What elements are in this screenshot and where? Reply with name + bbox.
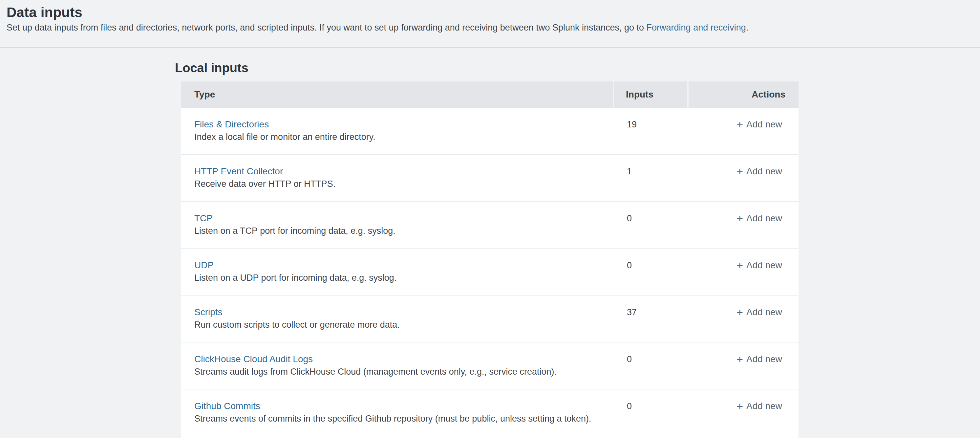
inputs-count: 37 <box>627 306 637 319</box>
local-inputs-table: Type Inputs Actions Files & Directories … <box>181 81 799 438</box>
type-cell: TCP Listen on a TCP port for incoming da… <box>181 202 799 237</box>
type-cell: Scripts Run custom scripts to collect or… <box>181 296 799 331</box>
table-row-clickhouse-cloud-audit-logs: ClickHouse Cloud Audit Logs Streams audi… <box>181 342 799 389</box>
input-type-link[interactable]: ClickHouse Cloud Audit Logs <box>194 353 313 365</box>
inputs-count: 1 <box>627 165 632 178</box>
type-cell: ClickHouse Cloud Audit Logs Streams audi… <box>181 342 799 378</box>
inputs-count: 0 <box>627 400 632 413</box>
add-new-link[interactable]: +Add new <box>737 400 782 413</box>
add-new-link[interactable]: +Add new <box>737 212 782 225</box>
page-title: Data inputs <box>6 0 980 21</box>
input-type-description: Run custom scripts to collect or generat… <box>194 319 799 331</box>
input-type-link[interactable]: Scripts <box>194 306 223 319</box>
inputs-count: 0 <box>627 259 632 272</box>
subtitle-text: Set up data inputs from files and direct… <box>6 23 647 32</box>
subtitle-period: . <box>746 23 749 32</box>
input-type-description: Listen on a UDP port for incoming data, … <box>194 272 799 284</box>
table-row-http-event-collector: HTTP Event Collector Receive data over H… <box>181 154 799 202</box>
plus-icon: + <box>737 400 743 413</box>
input-type-link[interactable]: UDP <box>194 259 214 272</box>
type-cell: Github Commits Streams events of commits… <box>181 389 799 425</box>
add-new-label: Add new <box>746 306 782 319</box>
section-heading: Local inputs <box>175 61 980 75</box>
add-new-label: Add new <box>746 118 782 131</box>
inputs-count: 19 <box>627 118 637 131</box>
input-type-link[interactable]: Files & Directories <box>194 118 269 131</box>
input-type-link[interactable]: TCP <box>194 212 213 225</box>
type-cell: HTTP Event Collector Receive data over H… <box>181 154 799 190</box>
plus-icon: + <box>737 212 743 225</box>
next-row-partial <box>181 436 799 438</box>
add-new-label: Add new <box>746 259 782 272</box>
type-cell: Files & Directories Index a local file o… <box>181 108 799 143</box>
input-type-link[interactable]: HTTP Event Collector <box>194 165 283 178</box>
plus-icon: + <box>737 259 743 272</box>
column-header-type: Type <box>181 81 613 108</box>
add-new-label: Add new <box>746 212 782 225</box>
input-type-link[interactable]: Github Commits <box>194 400 260 413</box>
add-new-link[interactable]: +Add new <box>737 306 782 319</box>
column-header-inputs: Inputs <box>614 81 687 108</box>
page-subtitle: Set up data inputs from files and direct… <box>6 21 980 34</box>
table-row-tcp: TCP Listen on a TCP port for incoming da… <box>181 202 799 248</box>
add-new-label: Add new <box>746 400 782 413</box>
input-type-description: Streams audit logs from ClickHouse Cloud… <box>194 365 799 378</box>
type-cell: UDP Listen on a UDP port for incoming da… <box>181 248 799 284</box>
plus-icon: + <box>737 165 743 178</box>
input-type-description: Listen on a TCP port for incoming data, … <box>194 225 799 237</box>
add-new-label: Add new <box>746 353 782 365</box>
forwarding-and-receiving-link[interactable]: Forwarding and receiving <box>647 23 746 32</box>
add-new-link[interactable]: +Add new <box>737 118 782 131</box>
inputs-count: 0 <box>627 212 632 225</box>
table-row-scripts: Scripts Run custom scripts to collect or… <box>181 296 799 342</box>
table-row-github-commits: Github Commits Streams events of commits… <box>181 389 799 436</box>
page-header: Data inputs Set up data inputs from file… <box>0 0 980 48</box>
add-new-link[interactable]: +Add new <box>737 353 782 365</box>
input-type-description: Index a local file or monitor an entire … <box>194 131 799 143</box>
add-new-link[interactable]: +Add new <box>737 165 782 178</box>
plus-icon: + <box>737 118 743 131</box>
plus-icon: + <box>737 353 743 365</box>
plus-icon: + <box>737 306 743 319</box>
content-area: Local inputs Type Inputs Actions Files &… <box>0 61 980 438</box>
column-header-actions: Actions <box>689 81 799 108</box>
input-type-description: Receive data over HTTP or HTTPS. <box>194 178 799 190</box>
inputs-count: 0 <box>627 353 632 365</box>
table-row-files-directories: Files & Directories Index a local file o… <box>181 108 799 154</box>
table-row-udp: UDP Listen on a UDP port for incoming da… <box>181 248 799 296</box>
input-type-description: Streams events of commits in the specifi… <box>194 413 799 425</box>
table-header-row: Type Inputs Actions <box>181 81 799 108</box>
data-inputs-page: { "page": { "title": "Data inputs", "sub… <box>0 0 980 438</box>
add-new-link[interactable]: +Add new <box>737 259 782 272</box>
add-new-label: Add new <box>746 165 782 178</box>
